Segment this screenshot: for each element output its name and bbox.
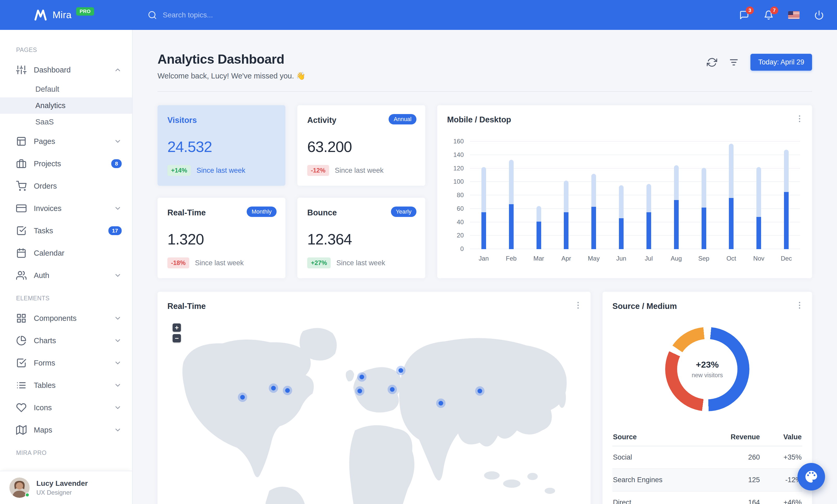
y-axis-tick: 140	[445, 151, 464, 158]
stat-card-visitors[interactable]: Visitors 24.532 +14% Since last week	[158, 105, 285, 186]
more-vertical-icon	[573, 301, 583, 310]
chart-menu-button[interactable]	[795, 114, 804, 124]
revenue-header: Revenue	[698, 428, 761, 446]
sidebar-section-mira-pro: MIRA PRO	[0, 449, 132, 462]
world-map[interactable]: + −	[158, 322, 591, 504]
y-axis-tick: 60	[445, 205, 464, 212]
list-icon	[16, 380, 26, 390]
stat-card-activity[interactable]: Activity Annual 63.200 -12% Since last w…	[297, 105, 425, 186]
stat-delta-chip: -12%	[307, 165, 329, 176]
stat-caption: Since last week	[195, 259, 244, 267]
briefcase-icon	[16, 158, 26, 169]
search-input[interactable]	[163, 11, 308, 19]
notifications-button[interactable]: 7	[764, 10, 773, 20]
map-marker[interactable]	[475, 386, 484, 396]
sidebar-item-forms[interactable]: Forms	[0, 352, 132, 374]
map-marker[interactable]	[283, 386, 292, 395]
source-cell: Direct	[612, 491, 698, 504]
source-donut-chart[interactable]: +23% new visitors	[665, 327, 749, 411]
map-zoom-in-button[interactable]: +	[173, 323, 181, 332]
x-axis-label: Jun	[607, 255, 635, 262]
palette-icon	[804, 470, 818, 484]
date-range-button[interactable]: Today: April 29	[750, 54, 812, 71]
language-button[interactable]	[788, 11, 800, 19]
main-content: Analytics Dashboard Welcome back, Lucy! …	[132, 0, 837, 504]
chevron-down-icon	[114, 337, 122, 344]
map-marker[interactable]	[436, 398, 446, 408]
sidebar-count-badge: 17	[108, 226, 122, 235]
sidebar-item-pages[interactable]: Pages	[0, 130, 132, 152]
sidebar-item-charts[interactable]: Charts	[0, 330, 132, 352]
map-marker[interactable]	[238, 393, 247, 402]
sidebar-item-invoices[interactable]: Invoices	[0, 197, 132, 220]
bar-dec[interactable]	[772, 142, 800, 249]
source-card-title: Source / Medium	[612, 302, 677, 311]
sidebar-item-dashboard[interactable]: Dashboard	[0, 59, 132, 81]
map-marker[interactable]	[357, 372, 367, 381]
sidebar-subitem-saas[interactable]: SaaS	[0, 114, 132, 130]
sidebar-item-tasks[interactable]: Tasks17	[0, 220, 132, 242]
y-axis-tick: 40	[445, 219, 464, 226]
map-menu-button[interactable]	[573, 301, 583, 310]
header-divider	[158, 91, 812, 92]
bar-nov[interactable]	[745, 142, 772, 249]
sidebar-item-label: Calendar	[34, 249, 122, 258]
bar-apr[interactable]	[552, 142, 580, 249]
logo-icon	[33, 8, 48, 22]
sidebar-item-label: Icons	[34, 404, 107, 412]
x-axis-label: Dec	[772, 255, 800, 262]
bar-may[interactable]	[580, 142, 607, 249]
top-navbar: Mira PRO 3 7	[0, 0, 837, 30]
bar-sep[interactable]	[690, 142, 718, 249]
map-marker[interactable]	[269, 384, 278, 393]
refresh-button[interactable]	[707, 57, 717, 68]
sidebar-item-components[interactable]: Components	[0, 307, 132, 330]
bar-jun[interactable]	[607, 142, 635, 249]
realtime-map-card: Real-Time	[158, 292, 591, 504]
us-flag-icon	[788, 11, 800, 19]
sidebar-item-label: Tables	[34, 381, 107, 390]
map-zoom-controls: + −	[173, 323, 181, 342]
stat-card-real-time[interactable]: Real-Time Monthly 1.320 -18% Since last …	[158, 198, 285, 278]
bar-aug[interactable]	[663, 142, 690, 249]
calendar-icon	[16, 248, 26, 258]
sidebar-section-elements: ELEMENTS	[0, 295, 132, 307]
bar-mar[interactable]	[525, 142, 553, 249]
bar-feb[interactable]	[498, 142, 525, 249]
sidebar-item-auth[interactable]: Auth	[0, 264, 132, 286]
theme-settings-fab[interactable]	[798, 463, 825, 490]
power-icon	[814, 10, 824, 20]
source-medium-card: Source / Medium +23% new visitors Source	[603, 292, 812, 504]
stat-period-badge: Yearly	[391, 207, 416, 217]
stat-delta-chip: -18%	[167, 258, 189, 268]
sidebar-subitem-default[interactable]: Default	[0, 81, 132, 97]
sidebar-item-maps[interactable]: Maps	[0, 419, 132, 441]
map-marker[interactable]	[355, 386, 364, 396]
sidebar-subitem-analytics[interactable]: Analytics	[0, 97, 132, 114]
sidebar-item-icons[interactable]: Icons	[0, 396, 132, 419]
stat-card-bounce[interactable]: Bounce Yearly 12.364 +27% Since last wee…	[297, 198, 425, 278]
sidebar-item-tables[interactable]: Tables	[0, 374, 132, 396]
sidebar-item-orders[interactable]: Orders	[0, 175, 132, 197]
map-marker[interactable]	[396, 366, 406, 375]
mira-logo	[33, 8, 48, 22]
map-marker[interactable]	[388, 385, 397, 394]
sidebar-item-projects[interactable]: Projects8	[0, 152, 132, 175]
sidebar-user[interactable]: Lucy Lavender UX Designer	[0, 471, 132, 504]
filter-button[interactable]	[729, 57, 739, 68]
sidebar-item-calendar[interactable]: Calendar	[0, 242, 132, 264]
brand[interactable]: Mira PRO	[0, 8, 132, 22]
source-menu-button[interactable]	[795, 301, 804, 310]
y-axis-tick: 120	[445, 165, 464, 172]
bar-oct[interactable]	[717, 142, 745, 249]
heart-icon	[16, 403, 26, 413]
pro-badge: PRO	[76, 7, 94, 16]
messages-button[interactable]: 3	[739, 10, 749, 20]
bar-jan[interactable]	[470, 142, 498, 249]
donut-center-label: +23%	[696, 359, 719, 370]
bar-jul[interactable]	[635, 142, 663, 249]
stacked-bar-chart: 020406080100120140160	[447, 142, 802, 249]
map-zoom-out-button[interactable]: −	[173, 334, 181, 342]
sign-out-button[interactable]	[814, 10, 824, 20]
stat-delta-chip: +27%	[307, 258, 331, 268]
